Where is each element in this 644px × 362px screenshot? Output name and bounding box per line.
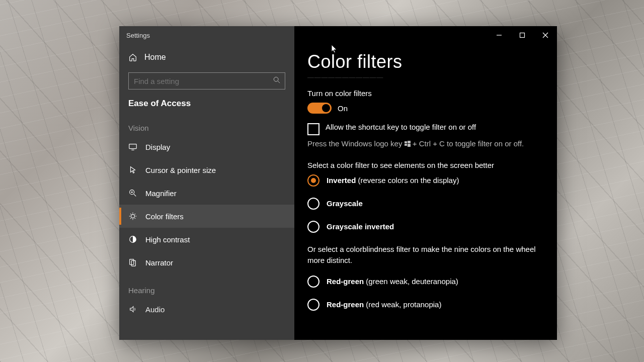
toggle-label: Turn on color filters [307, 89, 544, 98]
shortcut-hint: Press the Windows logo key + Ctrl + C to… [307, 138, 544, 150]
sidebar-item-color-filters[interactable]: Color filters [119, 205, 294, 228]
category-title: Ease of Access [119, 95, 294, 112]
shortcut-checkbox[interactable] [307, 123, 319, 135]
color-filters-icon [128, 212, 137, 221]
radio-label: Grayscale [327, 199, 363, 208]
sidebar-item-cursor[interactable]: Cursor & pointer size [119, 158, 294, 182]
radio-grayscale-inverted[interactable]: Grayscale inverted [307, 221, 544, 233]
page-title: Color filters [307, 51, 544, 72]
radio-label: Red-green (green weak, deuteranopia) [327, 277, 458, 286]
display-icon [128, 142, 137, 151]
narrator-icon [128, 258, 137, 267]
titlebar: Settings [119, 26, 557, 44]
maximize-button[interactable] [511, 26, 534, 44]
audio-icon [128, 305, 137, 314]
faded-subheader: ─────────── [307, 72, 544, 83]
toggle-state: On [338, 104, 348, 113]
shortcut-checkbox-label: Allow the shortcut key to toggle filter … [326, 123, 476, 131]
close-button[interactable] [534, 26, 557, 44]
radio-deuteranopia[interactable]: Red-green (green weak, deuteranopia) [307, 276, 544, 288]
svg-line-18 [135, 218, 135, 219]
sidebar-item-label: Color filters [145, 212, 184, 221]
radio-grayscale[interactable]: Grayscale [307, 198, 544, 210]
filter-select-header: Select a color filter to see elements on… [307, 161, 544, 169]
svg-point-12 [131, 214, 134, 218]
svg-line-5 [278, 81, 280, 83]
radio-button[interactable] [307, 276, 319, 288]
svg-rect-1 [520, 33, 525, 38]
radio-button[interactable] [307, 198, 319, 210]
svg-line-17 [130, 214, 131, 214]
sidebar-item-magnifier[interactable]: Magnifier [119, 182, 294, 205]
cursor-icon [128, 165, 137, 174]
search-input[interactable] [128, 72, 285, 89]
magnifier-icon [128, 189, 137, 198]
svg-line-9 [134, 194, 136, 197]
window-controls [488, 26, 557, 44]
svg-rect-26 [405, 144, 407, 146]
content-pane[interactable]: Color filters ─────────── Turn on color … [294, 44, 557, 340]
minimize-button[interactable] [488, 26, 511, 44]
sidebar-item-narrator[interactable]: Narrator [119, 251, 294, 274]
svg-line-19 [130, 218, 131, 219]
windows-key-icon [405, 139, 411, 150]
sidebar-item-label: Display [145, 143, 170, 151]
radio-button[interactable] [307, 299, 319, 311]
home-label: Home [144, 53, 166, 62]
sidebar: Home Ease of Access Vision Display [119, 44, 294, 340]
sidebar-item-label: Audio [145, 305, 165, 314]
svg-point-4 [274, 77, 278, 81]
search-box[interactable] [128, 72, 285, 89]
sidebar-item-audio[interactable]: Audio [119, 298, 294, 321]
svg-line-20 [135, 214, 135, 214]
radio-button[interactable] [307, 221, 319, 233]
search-icon [273, 76, 280, 85]
sidebar-item-high-contrast[interactable]: High contrast [119, 228, 294, 251]
shortcut-checkbox-row[interactable]: Allow the shortcut key to toggle filter … [307, 123, 544, 135]
home-icon [128, 53, 137, 62]
sidebar-item-label: Narrator [145, 258, 173, 267]
home-nav[interactable]: Home [119, 46, 294, 68]
high-contrast-icon [128, 235, 137, 244]
svg-rect-6 [129, 144, 136, 149]
settings-window: Settings Home [119, 26, 557, 340]
sidebar-item-label: High contrast [145, 235, 190, 244]
sidebar-item-display[interactable]: Display [119, 135, 294, 158]
radio-protanopia[interactable]: Red-green (red weak, protanopia) [307, 299, 544, 311]
radio-label: Grayscale inverted [327, 222, 394, 231]
svg-rect-24 [405, 141, 407, 143]
color-filters-toggle[interactable] [307, 103, 332, 114]
colorblindness-header: Or select a colorblindness filter to mak… [307, 244, 544, 266]
sidebar-item-label: Cursor & pointer size [145, 166, 216, 174]
radio-label: Inverted (reverse colors on the display) [327, 176, 459, 185]
window-title: Settings [119, 32, 150, 39]
sidebar-item-label: Magnifier [145, 189, 177, 198]
radio-button[interactable] [307, 174, 319, 187]
group-vision: Vision [119, 112, 294, 135]
radio-label: Red-green (red weak, protanopia) [327, 300, 441, 309]
group-hearing: Hearing [119, 274, 294, 298]
radio-inverted[interactable]: Inverted (reverse colors on the display) [307, 174, 544, 187]
